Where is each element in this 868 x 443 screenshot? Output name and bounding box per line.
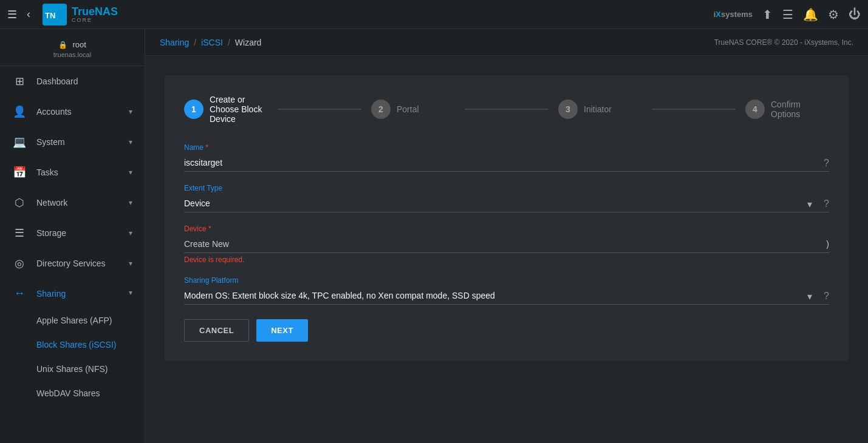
ixsystems-logo: iXsystems xyxy=(714,10,753,19)
name-required: * xyxy=(205,143,208,152)
extent-type-label: Extent Type xyxy=(184,184,829,192)
directory-services-icon: ◎ xyxy=(12,257,27,270)
sidebar-item-accounts[interactable]: 👤 Accounts ▾ xyxy=(0,96,145,127)
sidebar-item-network[interactable]: ⬡ Network ▾ xyxy=(0,188,145,218)
step-circle-1: 1 xyxy=(184,100,203,119)
tasks-icon: 📅 xyxy=(12,166,27,179)
sidebar-item-sharing[interactable]: ↔ Sharing ▴ xyxy=(0,279,145,308)
storage-arrow-icon: ▾ xyxy=(129,229,132,237)
sidebar-sub-item-apple-shares[interactable]: Apple Shares (AFP) xyxy=(0,308,145,333)
next-button[interactable]: NEXT xyxy=(256,319,308,342)
navbar: ☰ ‹ TN TrueNAS CORE iXsystems ⬆ ☰ 🔔 ⚙ ⏻ xyxy=(0,0,868,29)
logo-text-group: TrueNAS CORE xyxy=(72,6,118,23)
name-label: Name * xyxy=(184,143,829,152)
sidebar-item-label: Sharing xyxy=(36,289,66,299)
system-icon: 💻 xyxy=(12,135,27,149)
notifications-icon[interactable]: 🔔 xyxy=(803,7,818,22)
step-label-2: Portal xyxy=(397,104,419,114)
main-layout: 🔒 root truenas.local ⊞ Dashboard 👤 Accou… xyxy=(0,29,868,443)
sharing-platform-label: Sharing Platform xyxy=(184,276,829,285)
svg-text:TN: TN xyxy=(45,11,55,20)
hamburger-menu-icon[interactable]: ☰ xyxy=(7,8,17,21)
power-icon[interactable]: ⏻ xyxy=(849,7,861,21)
sidebar-item-tasks[interactable]: 📅 Tasks ▾ xyxy=(0,157,145,188)
breadcrumb-bar: Sharing / iSCSI / Wizard TrueNAS CORE® ©… xyxy=(145,29,868,56)
storage-icon: ☰ xyxy=(12,226,27,240)
step-circle-4: 4 xyxy=(745,100,765,119)
wizard-box: 1 Create or Choose Block Device 2 Portal… xyxy=(165,75,849,361)
accounts-arrow-icon: ▾ xyxy=(129,107,132,116)
breadcrumb-sharing[interactable]: Sharing xyxy=(160,38,189,47)
sharing-arrow-icon: ▴ xyxy=(129,289,132,298)
logo-title: TrueNAS xyxy=(72,6,118,17)
device-dropdown-icon: ) xyxy=(826,239,829,249)
wizard-step-3: 3 Initiator xyxy=(558,100,642,119)
network-arrow-icon: ▾ xyxy=(129,198,132,207)
lock-icon: 🔒 xyxy=(58,41,67,49)
accounts-icon: 👤 xyxy=(12,105,27,118)
step-circle-3: 3 xyxy=(558,100,578,119)
wizard-step-2: 2 Portal xyxy=(371,100,455,119)
logo-area: ☰ ‹ TN TrueNAS CORE xyxy=(7,4,714,25)
sharing-platform-help-icon[interactable]: ? xyxy=(824,291,829,302)
device-create-new-text: Create New xyxy=(184,239,229,249)
back-icon[interactable]: ‹ xyxy=(27,8,30,21)
settings-icon[interactable]: ⚙ xyxy=(828,7,839,22)
sidebar-item-dashboard[interactable]: ⊞ Dashboard xyxy=(0,66,145,96)
sidebar-sub-item-block-shares[interactable]: Block Shares (iSCSI) xyxy=(0,333,145,357)
sidebar-user: 🔒 root truenas.local xyxy=(0,29,145,66)
unix-shares-label: Unix Shares (NFS) xyxy=(36,364,108,374)
sidebar-item-system[interactable]: 💻 System ▾ xyxy=(0,127,145,157)
cancel-button[interactable]: CANCEL xyxy=(184,319,249,342)
sidebar-sub-item-webdav-shares[interactable]: WebDAV Shares xyxy=(0,381,145,405)
breadcrumb-iscsi[interactable]: iSCSI xyxy=(201,38,223,47)
name-input[interactable] xyxy=(184,154,829,172)
navbar-icons: iXsystems ⬆ ☰ 🔔 ⚙ ⏻ xyxy=(714,7,861,22)
button-row: CANCEL NEXT xyxy=(184,319,829,342)
name-help-icon[interactable]: ? xyxy=(824,158,829,169)
breadcrumb: Sharing / iSCSI / Wizard xyxy=(160,38,261,47)
step-connector-2-3 xyxy=(465,109,548,110)
sidebar-item-label: Accounts xyxy=(36,107,72,117)
step-circle-2: 2 xyxy=(371,100,391,119)
apple-shares-label: Apple Shares (AFP) xyxy=(36,316,112,325)
sidebar-item-label: Tasks xyxy=(36,167,58,177)
device-error-message: Device is required. xyxy=(184,255,829,264)
directory-services-arrow-icon: ▾ xyxy=(129,259,132,268)
name-field-group: Name * ? xyxy=(184,143,829,172)
hostname-label: truenas.local xyxy=(0,51,145,58)
step-label-4: Confirm Options xyxy=(771,100,829,119)
device-field-group: Device * Create New ) Device is required… xyxy=(184,225,829,264)
sidebar-item-label: Network xyxy=(36,198,67,208)
wizard-step-1: 1 Create or Choose Block Device xyxy=(184,95,268,124)
backup-icon[interactable]: ⬆ xyxy=(762,7,773,22)
sharing-platform-field-group: Sharing Platform Modern OS: Extent block… xyxy=(184,276,829,305)
extent-type-field-group: Extent Type Device File ▾ ? xyxy=(184,184,829,212)
step-label-1: Create or Choose Block Device xyxy=(210,95,268,124)
sharing-platform-select[interactable]: Modern OS: Extent block size 4k, TPC ena… xyxy=(184,287,829,305)
network-icon: ⬡ xyxy=(12,196,27,209)
sidebar-item-directory-services[interactable]: ◎ Directory Services ▾ xyxy=(0,248,145,279)
breadcrumb-sep-2: / xyxy=(228,38,230,47)
wizard-steps: 1 Create or Choose Block Device 2 Portal… xyxy=(184,95,829,124)
device-value-display: Create New ) xyxy=(184,235,829,253)
device-label: Device * xyxy=(184,225,829,233)
breadcrumb-sep-1: / xyxy=(194,38,196,47)
sidebar-item-label: Directory Services xyxy=(36,259,106,268)
sidebar-item-storage[interactable]: ☰ Storage ▾ xyxy=(0,218,145,248)
sidebar-item-label: System xyxy=(36,137,65,147)
sidebar-item-label: Storage xyxy=(36,228,66,238)
step-connector-3-4 xyxy=(652,109,736,110)
sidebar-sub-item-unix-shares[interactable]: Unix Shares (NFS) xyxy=(0,357,145,381)
truenas-logo: TN xyxy=(43,4,67,25)
extent-type-help-icon[interactable]: ? xyxy=(824,198,829,209)
sharing-icon: ↔ xyxy=(12,287,27,300)
wizard-container: 1 Create or Choose Block Device 2 Portal… xyxy=(145,56,868,443)
changelog-icon[interactable]: ☰ xyxy=(782,7,793,22)
webdav-shares-label: WebDAV Shares xyxy=(36,388,100,398)
content-area: Sharing / iSCSI / Wizard TrueNAS CORE® ©… xyxy=(145,29,868,443)
system-arrow-icon: ▾ xyxy=(129,138,132,146)
sidebar-item-label: Dashboard xyxy=(36,76,78,86)
logo-subtitle: CORE xyxy=(72,17,118,23)
extent-type-select[interactable]: Device File xyxy=(184,195,829,212)
